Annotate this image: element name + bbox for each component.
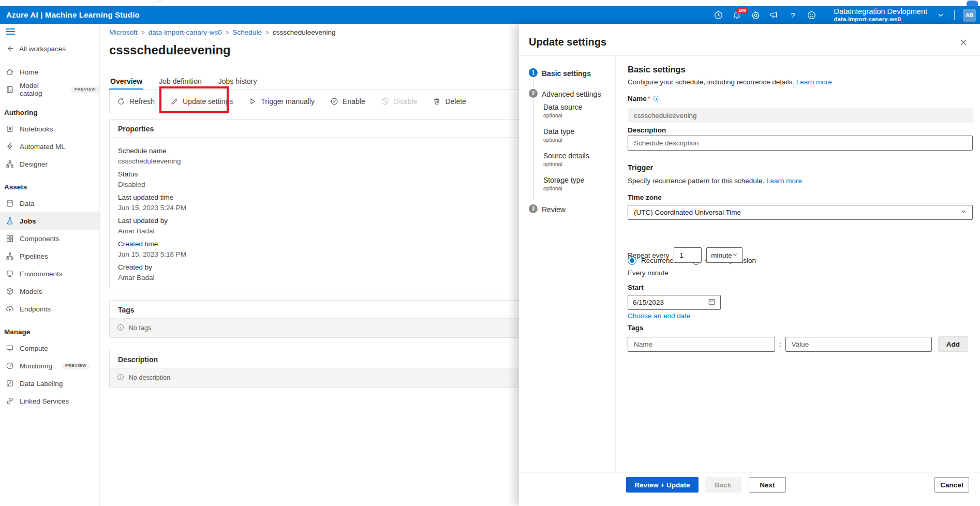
name-info-icon[interactable] [653,95,660,103]
substep-storage-type[interactable]: Storage type optional [543,176,584,191]
tag-value-input[interactable] [785,337,932,352]
choose-end-date-link[interactable]: Choose an end date [628,312,691,320]
sidebar-item-linked-services[interactable]: Linked Services [0,392,99,410]
check-circle-icon [330,97,338,106]
tags-card: Tags No tags [109,300,526,338]
breadcrumb-separator: > [226,29,229,36]
tab-jobs-history[interactable]: Jobs history [217,75,258,90]
tab-overview[interactable]: Overview [109,75,143,90]
property-created-by: Created by Amar Badal [118,263,517,281]
workspace-name: DataIntegration Devlopment [834,7,927,16]
play-icon [248,97,257,106]
sidebar-item-data-labeling[interactable]: Data Labeling [0,375,99,392]
sidebar-item-compute[interactable]: Compute [0,339,99,357]
trigger-learn-more-link[interactable]: Learn more [766,177,802,185]
enable-button[interactable]: Enable [330,97,365,106]
trigger-section-title: Trigger [628,163,653,172]
description-input[interactable] [628,136,973,151]
chevron-down-icon[interactable] [936,10,946,20]
name-input[interactable] [628,108,973,123]
notifications-icon[interactable]: 100 [732,10,742,20]
step-review[interactable]: Review [542,205,566,214]
breadcrumb-schedule[interactable]: Schedule [233,28,262,36]
clock-icon[interactable] [713,10,723,20]
update-settings-button[interactable]: Update settings [170,97,233,106]
delete-button[interactable]: Delete [433,97,466,106]
refresh-button[interactable]: Refresh [117,97,155,106]
trigger-manually-label: Trigger manually [261,97,315,106]
timezone-label: Time zone [628,194,662,201]
environments-icon [6,270,14,278]
repeat-unit-select[interactable]: minute [706,247,743,263]
sidebar: All workspaces Home Model catalog PREVIE… [0,24,100,506]
sidebar-item-home[interactable]: Home [0,63,99,81]
hamburger-menu-icon[interactable] [6,28,15,36]
sidebar-item-monitoring[interactable]: Monitoring PREVIEW [0,357,99,375]
announcements-icon[interactable] [769,10,779,20]
substep-source-details[interactable]: Source details optional [543,152,589,167]
sidebar-item-jobs[interactable]: Jobs [0,212,99,230]
sidebar-item-environments[interactable]: Environments [0,265,99,282]
sidebar-item-models[interactable]: Models [0,282,99,300]
arrow-left-icon [6,44,14,53]
help-icon[interactable]: ? [788,10,798,20]
breadcrumb: Microsoft > data-import-canary-ws0 > Sch… [109,28,336,36]
property-schedule-name: Schedule name cssscheduleevening [118,147,517,165]
step-3-indicator: 3 [529,204,538,213]
step-basic-settings[interactable]: Basic settings [542,69,591,78]
step-advanced-settings[interactable]: Advanced settings [542,90,601,98]
linked-services-icon [6,397,14,405]
sidebar-item-label: All workspaces [19,45,66,53]
timezone-select[interactable]: (UTC) Coordinated Universal Time [628,205,973,220]
sidebar-item-endpoints[interactable]: Endpoints [0,300,99,318]
panel-footer: Review + Update Back Next Cancel [519,477,980,493]
sidebar-item-pipelines[interactable]: Pipelines [0,247,99,265]
info-icon [117,374,124,382]
back-button[interactable]: Back [705,477,741,493]
properties-card: Properties Schedule name cssscheduleeven… [109,119,526,289]
sidebar-item-notebooks[interactable]: Notebooks [0,120,99,138]
trash-icon [433,97,441,106]
browser-icon [967,1,978,6]
recurrence-summary: Every minute [628,269,669,277]
add-tag-button[interactable]: Add [938,336,968,352]
disable-button[interactable]: Disable [381,97,418,106]
cancel-button[interactable]: Cancel [934,477,969,493]
step-1-indicator: 1 [529,68,538,77]
sidebar-section-manage: Manage [0,318,99,339]
repeat-interval-input[interactable] [674,247,702,263]
trigger-manually-button[interactable]: Trigger manually [248,97,315,106]
start-date-input[interactable]: 6/15/2023 [628,295,721,310]
calendar-icon[interactable] [708,298,716,307]
settings-gear-icon[interactable] [750,10,761,20]
workspace-selector[interactable]: DataIntegration Devlopment data-import-c… [834,7,927,23]
enable-label: Enable [343,97,365,106]
blocked-circle-icon [381,97,389,106]
learn-more-link[interactable]: Learn more [796,78,832,86]
form-section-description: Configure your schedule, including recur… [628,78,832,86]
sidebar-item-all-workspaces[interactable]: All workspaces [0,42,99,55]
page-title: cssscheduleevening [109,43,231,57]
avatar[interactable]: AB [963,9,976,22]
sidebar-item-label: Endpoints [20,305,51,313]
divider [825,10,825,20]
next-button[interactable]: Next [749,477,786,493]
substep-data-source[interactable]: Data source optional [543,103,582,118]
sidebar-item-data[interactable]: Data [0,195,99,212]
sidebar-item-components[interactable]: Components [0,230,99,247]
breadcrumb-microsoft[interactable]: Microsoft [109,28,138,36]
feedback-smiley-icon[interactable] [806,10,816,20]
sidebar-item-automated-ml[interactable]: Automated ML [0,138,99,155]
sidebar-item-label: Notebooks [20,125,53,133]
close-icon[interactable] [959,38,969,48]
substep-data-type[interactable]: Data type optional [543,127,574,143]
tag-name-input[interactable] [628,337,775,352]
breadcrumb-workspace[interactable]: data-import-canary-ws0 [149,28,222,36]
sidebar-item-designer[interactable]: Designer [0,155,99,173]
description-card: Description No description [109,350,526,388]
tab-job-definition[interactable]: Job definition [158,75,203,90]
designer-icon [6,160,14,168]
sidebar-item-model-catalog[interactable]: Model catalog PREVIEW [0,81,99,98]
compute-icon [6,344,14,352]
review-update-button[interactable]: Review + Update [626,477,699,493]
